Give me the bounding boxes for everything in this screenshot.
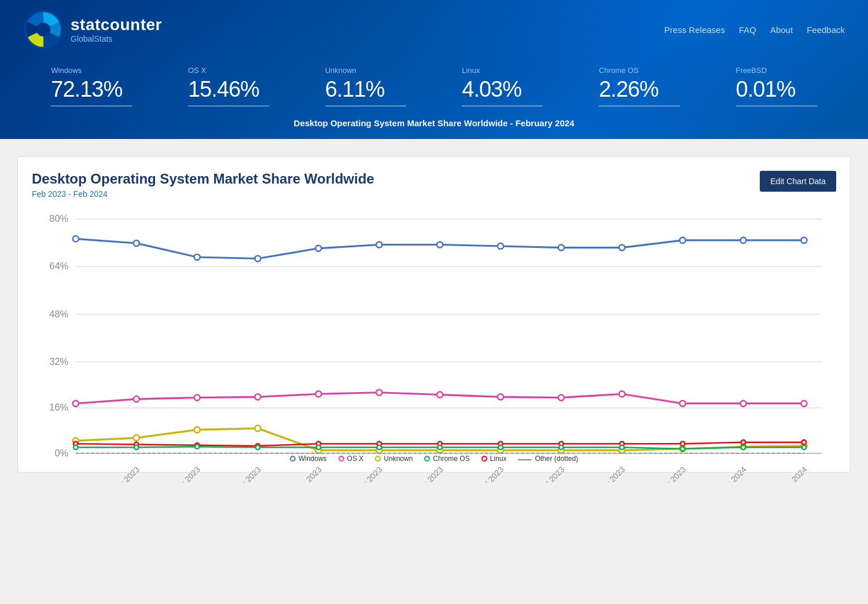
stat-value: 2.26%: [599, 77, 680, 102]
logo-icon: [23, 9, 64, 50]
main-content: Desktop Operating System Market Share Wo…: [0, 139, 868, 490]
chromeos-dot: [134, 445, 139, 450]
osx-dot: [801, 401, 807, 407]
chromeos-dot: [741, 445, 746, 450]
windows-dot: [680, 237, 686, 243]
windows-dot: [558, 244, 564, 250]
svg-text:80%: 80%: [49, 213, 68, 224]
header-subtitle: Desktop Operating System Market Share Wo…: [294, 118, 575, 128]
windows-dot: [498, 243, 503, 249]
osx-dot: [558, 395, 564, 401]
osx-dot: [73, 401, 79, 407]
unknown-dot: [134, 435, 139, 441]
stat-label: Windows: [51, 66, 132, 75]
svg-text:Dec 2023: Dec 2023: [657, 464, 688, 482]
osx-dot: [498, 394, 503, 400]
chromeos-dot: [802, 445, 807, 450]
header-subtitle-bar: Desktop Operating System Market Share Wo…: [0, 112, 868, 139]
osx-dot: [194, 395, 200, 401]
stat-value: 0.01%: [736, 77, 817, 102]
svg-text:Oct 2023: Oct 2023: [536, 464, 566, 482]
osx-dot: [376, 390, 382, 396]
chromeos-dot: [559, 445, 564, 450]
osx-dot: [255, 394, 260, 400]
windows-dot: [134, 240, 139, 246]
windows-dot: [315, 246, 321, 251]
osx-dot: [437, 391, 443, 397]
chromeos-dot: [317, 445, 321, 450]
osx-dot: [619, 391, 625, 397]
stat-item: Chrome OS 2.26%: [599, 66, 680, 107]
windows-dot: [437, 241, 443, 247]
osx-dot: [134, 396, 139, 402]
edit-chart-button[interactable]: Edit Chart Data: [760, 171, 836, 192]
windows-dot: [73, 236, 79, 241]
svg-text:32%: 32%: [49, 356, 68, 367]
stat-label: Linux: [462, 66, 543, 75]
stat-item: Windows 72.13%: [51, 66, 132, 107]
chromeos-dot: [620, 445, 624, 450]
stat-item: Unknown 6.11%: [325, 66, 406, 107]
svg-text:May 2023: May 2023: [231, 464, 263, 482]
windows-dot: [255, 255, 260, 261]
logo-area: statcounter GlobalStats: [23, 9, 162, 50]
svg-text:48%: 48%: [49, 309, 68, 319]
nav-about[interactable]: About: [770, 25, 793, 35]
windows-dot: [740, 237, 746, 243]
svg-text:16%: 16%: [49, 402, 68, 412]
stat-value: 15.46%: [188, 77, 269, 102]
stat-value: 72.13%: [51, 77, 132, 102]
svg-text:Apr 2023: Apr 2023: [172, 464, 202, 482]
stat-label: Unknown: [325, 66, 406, 75]
chart-title: Desktop Operating System Market Share Wo…: [32, 171, 374, 187]
stat-item: OS X 15.46%: [188, 66, 269, 107]
chromeos-dot: [681, 446, 685, 451]
unknown-dot: [255, 426, 260, 431]
windows-dot: [619, 244, 625, 250]
svg-text:Sept 2023: Sept 2023: [473, 464, 505, 482]
page-header: statcounter GlobalStats Press Releases F…: [0, 0, 868, 139]
chromeos-dot: [195, 444, 200, 449]
svg-text:Feb 2024: Feb 2024: [778, 464, 809, 482]
osx-dot: [315, 391, 321, 397]
windows-dot: [376, 241, 382, 247]
nav-press-releases[interactable]: Press Releases: [664, 25, 725, 35]
chart-title-area: Desktop Operating System Market Share Wo…: [32, 171, 374, 199]
linux-dot: [681, 441, 685, 446]
svg-text:Jan 2024: Jan 2024: [718, 464, 748, 482]
svg-point-1: [36, 23, 50, 36]
svg-text:July 2023: July 2023: [353, 464, 384, 482]
chromeos-dot: [437, 445, 442, 450]
chart-header: Desktop Operating System Market Share Wo…: [32, 171, 836, 199]
nav-feedback[interactable]: Feedback: [807, 25, 845, 35]
svg-text:Nov 2023: Nov 2023: [596, 464, 627, 482]
linux-dot: [802, 440, 807, 445]
svg-text:0%: 0%: [54, 448, 68, 458]
stat-label: Chrome OS: [599, 66, 680, 75]
chart-svg: 80% 64% 48% 32% 16% 0% Mar 2023 Apr 2023…: [32, 204, 836, 482]
windows-dot: [801, 237, 807, 243]
chart-area: 80% 64% 48% 32% 16% 0% Mar 2023 Apr 2023…: [32, 204, 836, 448]
chart-date-range: Feb 2023 - Feb 2024: [32, 189, 374, 199]
nav-faq[interactable]: FAQ: [739, 25, 756, 35]
svg-text:Mar 2023: Mar 2023: [111, 464, 141, 482]
windows-dot: [194, 254, 200, 260]
stat-value: 6.11%: [325, 77, 406, 102]
chromeos-dot: [498, 445, 503, 450]
stat-label: FreeBSD: [736, 66, 817, 75]
logo-title: statcounter: [71, 16, 162, 34]
chromeos-dot: [256, 445, 260, 450]
stats-row: Windows 72.13% OS X 15.46% Unknown 6.11%…: [0, 54, 868, 112]
stat-value: 4.03%: [462, 77, 543, 102]
osx-dot: [680, 401, 686, 407]
logo-sub: GlobalStats: [71, 34, 162, 43]
svg-text:64%: 64%: [49, 261, 68, 271]
svg-text:Aug 2023: Aug 2023: [414, 464, 445, 482]
stat-label: OS X: [188, 66, 269, 75]
chart-card: Desktop Operating System Market Share Wo…: [17, 156, 851, 473]
osx-dot: [740, 401, 746, 407]
svg-text:June 2023: June 2023: [290, 464, 323, 482]
stat-item: Linux 4.03%: [462, 66, 543, 107]
main-nav: Press Releases FAQ About Feedback: [664, 25, 845, 35]
unknown-dot: [194, 427, 200, 433]
